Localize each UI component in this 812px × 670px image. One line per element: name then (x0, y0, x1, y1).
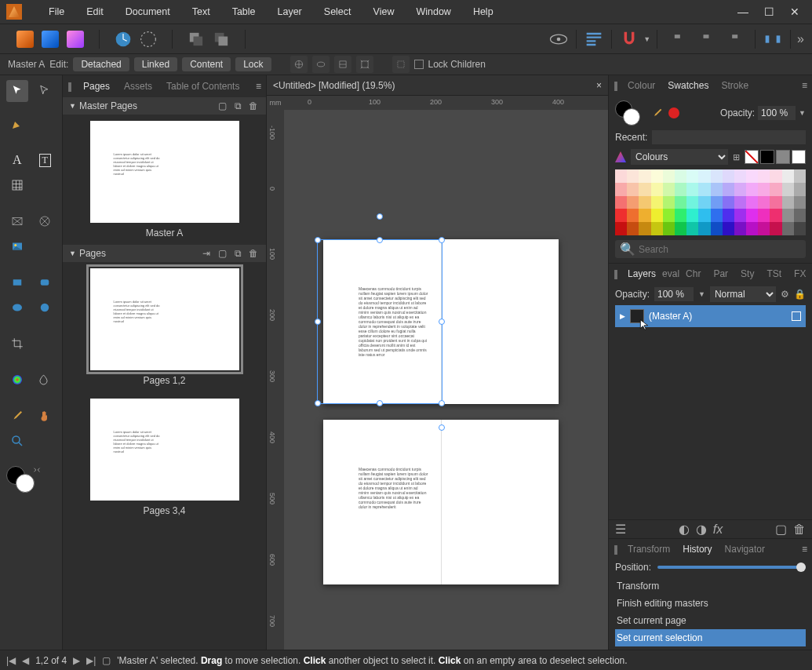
page-thumb-1[interactable]: Lorem ipsum dolor sit amet consectetur a… (90, 268, 239, 370)
frame-text-tool-icon[interactable]: T (35, 149, 56, 171)
layer-lock-icon[interactable]: 🔒 (794, 289, 806, 300)
table-tool-icon[interactable] (6, 174, 28, 196)
distribute-icon[interactable] (762, 28, 784, 50)
eff-add-icon[interactable]: ▢ (775, 522, 787, 537)
canvas[interactable]: <Untitled> [Modified] (19.5%) × mm 01002… (267, 75, 608, 650)
arrange-back-icon[interactable] (185, 28, 207, 50)
fill-stroke-selector[interactable] (615, 100, 646, 126)
colour-palette[interactable] (615, 169, 806, 235)
tab-chr[interactable]: Chr (679, 265, 707, 282)
none-swatch[interactable] (745, 150, 759, 164)
menu-file[interactable]: File (38, 6, 75, 17)
picture-frame-tool-icon[interactable] (6, 210, 28, 232)
master-thumb[interactable]: Lorem ipsum dolor sit amet consectetur a… (90, 121, 239, 223)
white-swatch[interactable] (792, 150, 806, 164)
menu-document[interactable]: Document (115, 6, 181, 17)
edit-content-button[interactable]: Content (182, 57, 231, 71)
persona-photo-icon[interactable] (64, 28, 86, 50)
blend-mode-select[interactable]: Normal (710, 286, 776, 302)
layer-opacity-input[interactable] (654, 287, 694, 301)
master-delete-icon[interactable]: 🗑 (247, 100, 260, 112)
swatch-search-input[interactable] (639, 244, 801, 255)
master-dup-icon[interactable]: ⧉ (231, 100, 244, 112)
master-pages-header[interactable]: ▼Master Pages ▢ ⧉ 🗑 (63, 97, 266, 115)
tab-par[interactable]: Par (707, 265, 734, 282)
hist-item-0[interactable]: Transform (615, 577, 806, 595)
fill-tool-icon[interactable] (6, 369, 28, 391)
text-wrap-icon[interactable] (583, 28, 605, 50)
menu-text[interactable]: Text (181, 6, 221, 17)
recent-swatches[interactable] (652, 130, 806, 144)
swatch-lib-select[interactable]: Colours (631, 149, 728, 165)
move-tool-icon[interactable] (6, 80, 28, 102)
tab-swatches[interactable]: Swatches (661, 77, 715, 94)
history-menu-icon[interactable]: ≡ (802, 544, 807, 555)
selection-box[interactable] (317, 239, 442, 404)
spread-view-icon[interactable]: ▢ (102, 655, 111, 666)
spread-2[interactable]: Maecenas commodo tincidunt turpis nullam… (323, 420, 559, 584)
eff-layers-icon[interactable]: ☰ (615, 522, 626, 537)
align-h-icon[interactable] (695, 28, 717, 50)
tab-sty[interactable]: Sty (734, 265, 760, 282)
close-button[interactable]: ✕ (790, 5, 799, 18)
tab-assets[interactable]: Assets (118, 78, 158, 95)
first-page-button[interactable]: |◀ (6, 655, 16, 666)
minimize-button[interactable]: — (737, 5, 748, 18)
tab-history[interactable]: History (676, 541, 718, 558)
menu-edit[interactable]: Edit (75, 6, 115, 17)
ctx-icon-4[interactable] (356, 56, 373, 73)
menu-select[interactable]: Select (313, 6, 362, 17)
tab-pages[interactable]: Pages (77, 78, 116, 95)
ctx-icon-5[interactable] (392, 56, 410, 73)
ellipse-frame-tool-icon[interactable] (35, 210, 56, 232)
layer-visible-checkbox[interactable] (792, 311, 801, 321)
pages-dup-icon[interactable]: ⧉ (231, 247, 244, 260)
persona-designer-icon[interactable] (39, 28, 61, 50)
layer-item[interactable]: ▶ (Master A) (615, 305, 806, 327)
rounded-rect-tool-icon[interactable] (35, 271, 56, 293)
menu-help[interactable]: Help (462, 6, 504, 17)
zoom-tool-icon[interactable] (6, 430, 28, 452)
opacity-input[interactable] (758, 106, 796, 120)
hist-item-3[interactable]: Set current selection (615, 629, 806, 646)
black-swatch[interactable] (760, 150, 774, 164)
pages-view-icon[interactable]: ⇥ (200, 247, 213, 260)
eyedropper-tool-icon[interactable] (6, 405, 28, 427)
doc-close-icon[interactable]: × (596, 80, 602, 91)
artistic-text-tool-icon[interactable]: A (6, 149, 28, 171)
master-add-icon[interactable]: ▢ (216, 100, 228, 112)
crop-tool-icon[interactable] (6, 333, 28, 355)
layer-settings-icon[interactable]: ⚙ (781, 289, 789, 300)
tab-stroke[interactable]: Stroke (715, 77, 755, 94)
edit-detached-button[interactable]: Detached (73, 57, 129, 71)
pages-add-icon[interactable]: ▢ (216, 247, 228, 260)
place-image-tool-icon[interactable] (6, 235, 28, 257)
rectangle-tool-icon[interactable] (6, 271, 28, 293)
hist-item-1[interactable]: Finish editing masters (615, 595, 806, 612)
baseline-icon[interactable] (137, 28, 159, 50)
lock-children-checkbox[interactable] (414, 60, 424, 69)
align-left-icon[interactable] (670, 28, 692, 50)
pages-delete-icon[interactable]: 🗑 (247, 247, 260, 260)
ellipse-tool-icon[interactable] (6, 297, 28, 319)
tab-tst[interactable]: TSt (760, 265, 788, 282)
pen-tool-icon[interactable] (6, 113, 28, 135)
history-slider[interactable] (657, 566, 806, 569)
ctx-icon-3[interactable] (334, 56, 351, 73)
hist-item-2[interactable]: Set current page (615, 612, 806, 629)
tab-navigator[interactable]: Navigator (719, 541, 771, 558)
preview-icon[interactable] (548, 28, 570, 50)
grey-swatch[interactable] (776, 150, 790, 164)
panel-menu-icon[interactable]: ≡ (256, 81, 261, 92)
eff-fx-icon[interactable]: fx (713, 523, 723, 537)
menu-layer[interactable]: Layer (267, 6, 313, 17)
toolbar-overflow-icon[interactable]: » (797, 32, 804, 46)
align-right-icon[interactable] (720, 28, 742, 50)
tab-layers[interactable]: Layers (621, 265, 662, 282)
pan-tool-icon[interactable] (35, 405, 56, 427)
last-page-button[interactable]: ▶| (86, 655, 96, 666)
tab-transform[interactable]: Transform (621, 541, 676, 558)
menu-window[interactable]: Window (405, 6, 461, 17)
page-thumb-2[interactable]: Lorem ipsum dolor sit amet consectetur a… (90, 399, 239, 501)
eff-delete-icon[interactable]: 🗑 (793, 523, 806, 537)
